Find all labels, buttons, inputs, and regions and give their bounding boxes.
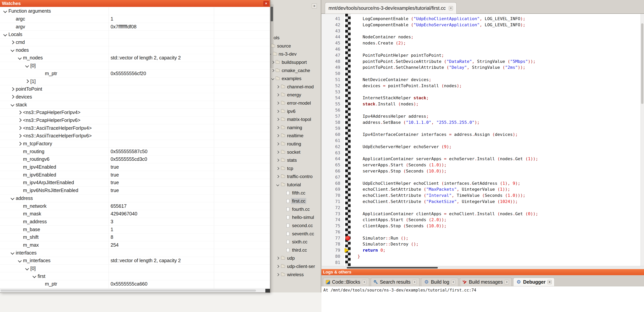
watch-row[interactable]: <ns3::AsciiTraceHelperForIpv4> [0, 124, 270, 132]
expand-chevron-icon[interactable] [276, 119, 280, 121]
expand-chevron-icon[interactable] [9, 95, 16, 98]
tree-item[interactable]: sixth.cc [270, 238, 321, 246]
collapse-chevron-icon[interactable] [24, 64, 30, 67]
logs-tab-debugger[interactable]: ⚙Debugger× [513, 278, 554, 286]
line-number[interactable]: 65 [322, 162, 342, 168]
collapse-chevron-icon[interactable] [2, 33, 8, 36]
line-number[interactable]: 42 [322, 22, 342, 28]
tree-item[interactable]: source [270, 42, 321, 50]
tree-item[interactable]: traffic-contro [270, 172, 321, 181]
expand-chevron-icon[interactable] [16, 142, 23, 145]
line-number[interactable]: 74 [322, 217, 342, 223]
watch-row[interactable]: stack [0, 101, 270, 109]
watch-row[interactable]: m_shift8 [0, 233, 270, 241]
watch-row[interactable]: m_ipv6Enabledtrue [0, 171, 270, 179]
tree-item[interactable]: realtime [270, 132, 321, 140]
watch-row[interactable]: m_network655617 [0, 202, 270, 210]
tree-item[interactable]: seventh.cc [270, 230, 321, 238]
expand-chevron-icon[interactable] [276, 265, 280, 267]
line-number[interactable]: 44 [322, 34, 342, 40]
collapse-chevron-icon[interactable] [9, 103, 16, 106]
tree-item[interactable]: naming [270, 124, 321, 132]
logs-tab-code-blocks[interactable]: Code::Blocks× [323, 278, 369, 286]
expand-chevron-icon[interactable] [276, 274, 280, 276]
collapse-chevron-icon[interactable] [9, 197, 16, 199]
watch-row[interactable]: argc1 [0, 15, 270, 23]
watches-close-button[interactable]: × [264, 1, 269, 6]
tree-item[interactable]: udp-client-ser [270, 262, 321, 271]
watch-row[interactable]: Locals [0, 31, 270, 38]
expand-chevron-icon[interactable] [276, 175, 280, 178]
line-number[interactable]: 79 [322, 247, 342, 253]
expand-chevron-icon[interactable] [276, 151, 280, 153]
watches-hscrollbar[interactable] [0, 289, 270, 293]
logs-tab-build-messages[interactable]: Build messages× [460, 278, 512, 286]
code-editor[interactable]: 41 LogComponentEnable ("UdpEchoClientApp… [322, 14, 644, 266]
line-number[interactable]: 71 [322, 198, 342, 205]
expand-chevron-icon[interactable] [276, 257, 280, 259]
expand-chevron-icon[interactable] [16, 119, 23, 122]
editor-vscrollbar[interactable] [640, 14, 644, 266]
watch-row[interactable]: m_nodesstd::vector of length 2, capacity… [0, 54, 270, 62]
watch-row[interactable]: m_max254 [0, 241, 270, 249]
collapse-chevron-icon[interactable] [16, 57, 23, 59]
tree-item[interactable]: channel-mod [270, 83, 321, 91]
line-number[interactable]: 67 [322, 174, 342, 180]
line-number[interactable]: 68 [322, 180, 342, 186]
line-number[interactable]: 47 [322, 52, 342, 58]
collapse-chevron-icon[interactable] [31, 275, 38, 278]
line-number[interactable]: 50 [322, 71, 342, 77]
line-number[interactable]: 81 [322, 260, 342, 266]
tree-item[interactable]: cmake_cache [270, 66, 321, 75]
watch-row[interactable]: m_ipv4Enabledtrue [0, 163, 270, 171]
tree-item[interactable]: hello-simul [270, 213, 321, 222]
watch-row[interactable]: cmd [0, 38, 270, 46]
watch-row[interactable]: devices [0, 93, 270, 101]
line-number[interactable]: 70 [322, 192, 342, 198]
watch-row[interactable]: m_ipv6NsRsJitterEnabledtrue [0, 187, 270, 194]
scrollbar-thumb[interactable] [0, 290, 256, 292]
watch-row[interactable]: [1] [0, 77, 270, 85]
watch-row[interactable]: m_mask4294967040 [0, 210, 270, 218]
line-number[interactable]: 78 [322, 241, 342, 247]
tree-item[interactable]: socket [270, 148, 321, 156]
line-number[interactable]: 80 [322, 253, 342, 260]
tree-item[interactable]: second.cc [270, 222, 321, 230]
line-number[interactable]: 49 [322, 64, 342, 71]
scrollbar-thumb[interactable] [347, 267, 438, 269]
expand-chevron-icon[interactable] [9, 41, 16, 44]
watch-row[interactable]: m_routing0x555555587c50 [0, 148, 270, 156]
logs-tab-search-results[interactable]: Search results× [371, 278, 420, 286]
editor-hscrollbar[interactable] [322, 266, 644, 269]
project-tree[interactable]: olssourcens-3-devbuildsupportcmake_cache… [270, 34, 321, 312]
watch-row[interactable]: [0] [0, 265, 270, 273]
watch-row[interactable]: m_ipv4ArpJitterEnabledtrue [0, 179, 270, 187]
watch-row[interactable]: pointToPoint [0, 85, 270, 93]
editor-tab[interactable]: mnt/dev/tools/source/ns-3-dev/examples/t… [325, 2, 456, 14]
editor-tab-close-button[interactable]: × [449, 6, 453, 10]
line-number[interactable]: 75 [322, 223, 342, 229]
tree-item[interactable]: buildsupport [270, 58, 321, 66]
line-number[interactable]: 57 [322, 113, 342, 119]
tree-item[interactable]: tutorial [270, 181, 321, 189]
tree-item[interactable]: udp [270, 254, 321, 262]
line-number[interactable]: 77 [322, 235, 342, 241]
watch-row[interactable]: m_routingv60x5555555cd3c0 [0, 156, 270, 163]
tab-close-button[interactable]: × [548, 280, 552, 284]
line-number[interactable]: 63 [322, 150, 342, 156]
watch-row[interactable]: interfaces [0, 249, 270, 257]
expand-chevron-icon[interactable] [9, 88, 16, 90]
watch-row[interactable]: argv0x7fffffffdf08 [0, 23, 270, 31]
line-number[interactable]: 66 [322, 168, 342, 174]
tree-item[interactable]: stats [270, 156, 321, 164]
watch-row[interactable]: <ns3::AsciiTraceHelperForIpv6> [0, 132, 270, 140]
expand-chevron-icon[interactable] [276, 110, 280, 112]
line-number[interactable]: 48 [322, 58, 342, 65]
collapse-chevron-icon[interactable] [9, 251, 16, 254]
collapse-chevron-icon[interactable] [16, 259, 23, 262]
line-number[interactable]: 60 [322, 132, 342, 138]
tree-item[interactable]: ipv6 [270, 107, 321, 115]
tree-item[interactable]: fifth.cc [270, 189, 321, 197]
tab-close-button[interactable]: × [451, 280, 456, 284]
logs-tab-build-log[interactable]: ⚙Build log× [421, 278, 458, 286]
